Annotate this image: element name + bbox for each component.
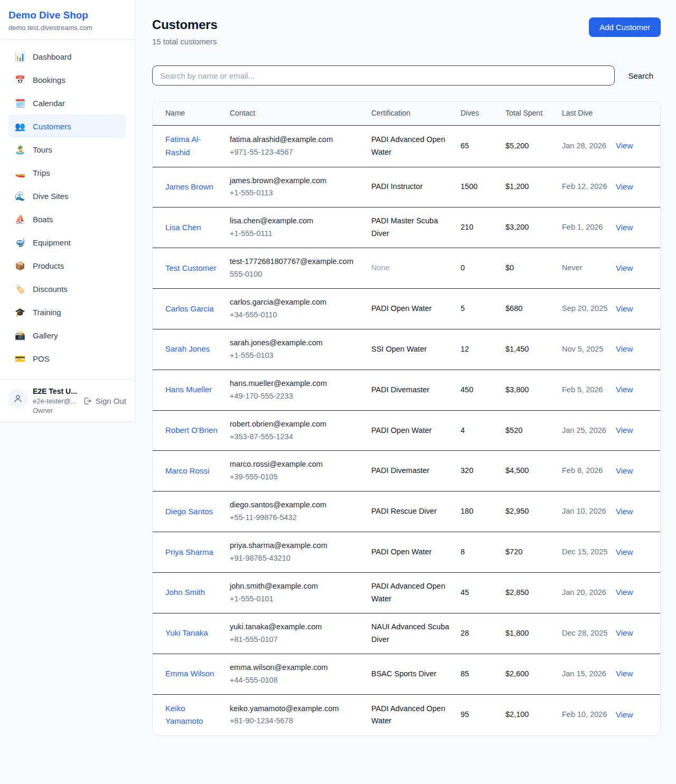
customer-certification: PADI Master Scuba Diver: [371, 207, 461, 248]
calendar-icon: 🗓️: [15, 98, 25, 108]
sidebar-item-pos[interactable]: 💳 POS: [8, 347, 126, 370]
view-link[interactable]: View: [616, 628, 633, 637]
col-header-actions: [616, 102, 660, 125]
customer-name-link[interactable]: John Smith: [165, 588, 205, 597]
bookings-icon: 📅: [15, 75, 25, 85]
customer-last-dive: Feb 10, 2026: [562, 694, 616, 735]
table-header-row: Name Contact Certification Dives Total S…: [153, 102, 660, 125]
customer-name-link[interactable]: Emma Wilson: [165, 669, 214, 678]
customer-phone: +81-555-0107: [230, 634, 364, 646]
customer-name-link[interactable]: Carlos Garcia: [165, 304, 214, 313]
customer-certification: PADI Open Water: [371, 289, 461, 329]
customer-name-link[interactable]: Priya Sharma: [165, 547, 213, 556]
user-icon: [13, 394, 23, 403]
customer-name-link[interactable]: Test Customer: [165, 263, 217, 272]
customer-email: yuki.tanaka@example.com: [230, 621, 364, 634]
view-link[interactable]: View: [616, 385, 633, 394]
sign-out-button[interactable]: Sign Out: [83, 396, 126, 405]
sidebar-item-dashboard[interactable]: 📊 Dashboard: [8, 45, 126, 68]
view-link[interactable]: View: [616, 426, 633, 434]
customer-name-link[interactable]: Marco Rossi: [165, 466, 209, 475]
customer-email: lisa.chen@example.com: [230, 215, 364, 228]
sidebar-item-trips[interactable]: 🚤 Trips: [8, 161, 126, 184]
customer-email: carlos.garcia@example.com: [230, 296, 364, 309]
customer-dives: 180: [461, 492, 505, 532]
view-link[interactable]: View: [616, 223, 633, 232]
table-row: Lisa Chen lisa.chen@example.com +1-555-0…: [153, 207, 660, 248]
sidebar-item-tours[interactable]: 🏝️ Tours: [8, 138, 126, 161]
view-link[interactable]: View: [616, 182, 633, 191]
sidebar-item-discounts[interactable]: 🏷️ Discounts: [8, 277, 126, 300]
customer-name-link[interactable]: Sarah Jones: [165, 344, 210, 353]
view-link[interactable]: View: [616, 141, 633, 150]
sidebar-item-gallery[interactable]: 📸 Gallery: [8, 324, 126, 347]
customer-name-link[interactable]: Hans Mueller: [165, 385, 212, 394]
customer-certification: PADI Divemaster: [371, 370, 461, 410]
customer-dives: 5: [461, 289, 505, 329]
customer-name-link[interactable]: Diego Santos: [165, 507, 213, 516]
shop-domain: demo.test.divestreams.com: [8, 24, 126, 32]
customer-certification: BSAC Sports Diver: [371, 654, 461, 694]
trips-icon: 🚤: [15, 168, 25, 178]
customer-dives: 4: [461, 410, 505, 451]
page-header-text: Customers 15 total customers: [152, 17, 218, 46]
table-row: Marco Rossi marco.rossi@example.com +39-…: [153, 451, 660, 492]
customer-total-spent: $5,200: [505, 125, 562, 167]
col-header-contact: Contact: [230, 102, 371, 125]
search-button[interactable]: Search: [628, 71, 653, 80]
customer-last-dive: Never: [562, 248, 616, 289]
sidebar-item-products[interactable]: 📦 Products: [8, 254, 126, 277]
sidebar-item-training[interactable]: 🎓 Training: [8, 300, 126, 324]
equipment-icon: 🤿: [15, 238, 25, 248]
customer-last-dive: Feb 5, 2026: [562, 370, 616, 410]
customer-name-link[interactable]: Fatima Al-Rashid: [165, 135, 201, 157]
sidebar-item-boats[interactable]: ⛵ Boats: [8, 207, 126, 231]
customer-certification: PADI Divemaster: [371, 451, 461, 492]
view-link[interactable]: View: [616, 588, 633, 597]
customer-email: diego.santos@example.com: [230, 499, 364, 512]
view-link[interactable]: View: [616, 547, 633, 556]
view-link[interactable]: View: [616, 466, 633, 475]
customer-dives: 12: [461, 329, 505, 370]
view-link[interactable]: View: [616, 344, 633, 353]
table-row: Yuki Tanaka yuki.tanaka@example.com +81-…: [153, 613, 660, 654]
sidebar-item-customers[interactable]: 👥 Customers: [8, 115, 126, 138]
table-row: Fatima Al-Rashid fatima.alrashid@example…: [153, 125, 660, 167]
customer-dives: 210: [461, 207, 505, 248]
customer-total-spent: $1,450: [505, 329, 562, 370]
customer-certification: PADI Rescue Diver: [371, 492, 461, 532]
customer-phone: +81-90-1234-5678: [230, 715, 364, 728]
customer-name-link[interactable]: Yuki Tanaka: [165, 628, 208, 637]
customer-name-link[interactable]: Lisa Chen: [165, 223, 201, 232]
customer-email: marco.rossi@example.com: [230, 458, 364, 471]
sidebar-item-dive-sites[interactable]: 🌊 Dive Sites: [8, 184, 126, 207]
view-link[interactable]: View: [616, 304, 633, 313]
view-link[interactable]: View: [616, 263, 633, 272]
customer-name-link[interactable]: Robert O'Brien: [165, 426, 218, 434]
search-input[interactable]: [152, 65, 615, 86]
add-customer-button[interactable]: Add Customer: [589, 17, 661, 37]
shop-header: Demo Dive Shop demo.test.divestreams.com: [0, 0, 135, 40]
table-row: Hans Mueller hans.mueller@example.com +4…: [153, 370, 660, 410]
view-link[interactable]: View: [616, 669, 633, 678]
customers-table: Name Contact Certification Dives Total S…: [153, 102, 660, 735]
customer-certification: PADI Open Water: [371, 410, 461, 451]
sidebar-item-calendar[interactable]: 🗓️ Calendar: [8, 91, 126, 115]
customer-email: keiko.yamamoto@example.com: [230, 703, 364, 715]
customer-certification: SSI Open Water: [371, 329, 461, 370]
sidebar-item-bookings[interactable]: 📅 Bookings: [8, 68, 126, 91]
customer-name-link[interactable]: Keiko Yamamoto: [165, 704, 203, 726]
customer-name-link[interactable]: James Brown: [165, 182, 213, 191]
view-link[interactable]: View: [616, 710, 633, 719]
user-name: E2E Test U...: [33, 387, 77, 395]
gallery-icon: 📸: [15, 330, 25, 341]
table-row: Robert O'Brien robert.obrien@example.com…: [153, 410, 660, 451]
customer-email: priya.sharma@example.com: [230, 540, 364, 552]
col-header-total-spent: Total Spent: [505, 102, 562, 125]
training-icon: 🎓: [15, 307, 25, 317]
view-link[interactable]: View: [616, 507, 633, 516]
customer-total-spent: $2,850: [505, 572, 562, 613]
sidebar-item-equipment[interactable]: 🤿 Equipment: [8, 231, 126, 254]
table-row: Test Customer test-1772681807767@example…: [153, 248, 660, 289]
customer-phone: 555-0100: [230, 268, 364, 281]
